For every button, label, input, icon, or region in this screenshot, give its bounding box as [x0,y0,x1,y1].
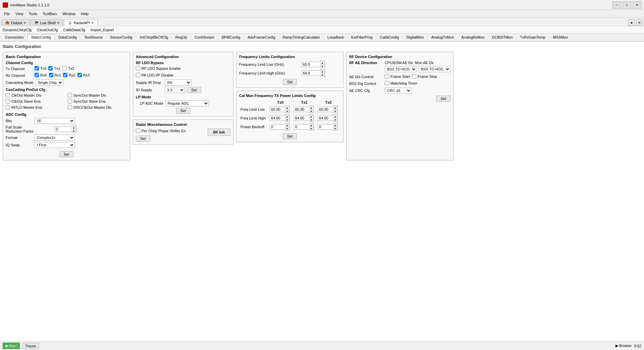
power-backoff-tx2-input[interactable] [318,124,333,130]
freq-limit-low-tx1-up[interactable]: ▲ [309,106,314,109]
freq-limit-high-tx1-up[interactable]: ▲ [309,115,314,118]
rx1-checkbox[interactable] [49,73,53,77]
per-chirp-phase-checkbox[interactable] [136,129,140,133]
watchdog-timer-checkbox[interactable] [385,81,389,85]
rx0-checkbox[interactable] [35,73,39,77]
freq-limit-high-tx2-down[interactable]: ▼ [333,118,337,121]
pa-ldo-dis-checkbox[interactable] [136,73,140,77]
freq-limit-low-up[interactable]: ▲ [320,61,325,64]
menu-view[interactable]: View [13,11,26,16]
nav-tab-dcbist[interactable]: DCBISTMon [488,34,517,40]
close-button[interactable]: ✕ [633,1,641,9]
menu-window[interactable]: Window [60,11,78,16]
syncout-slave-ena-checkbox[interactable] [68,99,72,103]
io-supply-set-button[interactable]: Set [187,87,201,93]
supply-ir-drop-select[interactable]: 0% 1% 2% [165,80,192,86]
tx0-checkbox[interactable] [35,66,39,70]
sub-tab-import-export[interactable]: Import_Export [88,27,116,33]
freq-limit-low-tx1-input[interactable] [294,107,309,112]
freq-limit-high-down[interactable]: ▼ [320,73,325,77]
freq-limit-high-tx0-input[interactable] [270,115,285,121]
tab-output-close[interactable]: ✕ [23,21,26,24]
menu-toolbars[interactable]: ToolBars [40,11,60,16]
menu-file[interactable]: File [1,11,13,16]
freq-limit-low-tx0-input[interactable] [270,107,285,112]
freq-limit-high-input[interactable] [302,70,320,76]
rx3-checkbox[interactable] [77,73,82,77]
lp-adc-mode-select[interactable]: Regular ADC Low Power ADC [165,100,209,106]
nav-tab-analog-tx-mon[interactable]: AnalogTxMon [428,34,458,40]
nav-tab-calib-config[interactable]: CalibConfig [376,34,403,40]
freq-limit-low-input[interactable] [302,62,320,67]
power-backoff-tx0-input[interactable] [270,124,285,130]
iq-swap-select[interactable]: I First Q First [35,142,75,148]
sub-tab-calib-data[interactable]: CalibDataCfg [61,27,88,33]
minimize-button[interactable]: ─ [612,1,621,9]
clkout-slave-ena-checkbox[interactable] [6,99,10,103]
rf-device-config-set-button[interactable]: Set [436,96,450,102]
nav-tab-digital-mon[interactable]: DigitalMon [403,34,428,40]
run-button[interactable]: ▶ Run! [3,343,20,349]
nav-tab-tx-rx-gain[interactable]: TxRxGainTemp [516,34,549,40]
io-supply-select[interactable]: 3.3 1.8 [165,87,185,93]
syncout-master-dis-checkbox[interactable] [68,93,72,97]
nav-tab-connection[interactable]: Connection [1,34,28,40]
ae-crc-cfg-select[interactable]: CRC-16 CRC-32 [385,88,412,94]
pause-button[interactable]: Pause [22,343,39,349]
tx1-checkbox[interactable] [48,66,53,70]
freq-limit-high-tx1-input[interactable] [294,115,309,121]
nav-tab-mss-mon[interactable]: MSSMon [549,34,572,40]
nav-tab-int-chirp[interactable]: IntChirpBlkCtlCfg [136,34,172,40]
tab-lua-close[interactable]: ✕ [57,21,60,24]
power-backoff-tx1-down[interactable]: ▼ [309,127,314,130]
basic-config-set-button[interactable]: Set [59,151,74,157]
menu-help[interactable]: Help [78,11,91,16]
freq-limit-high-tx0-up[interactable]: ▲ [285,115,289,118]
nav-tab-test-source[interactable]: TestSource [80,34,106,40]
bits-select[interactable]: 16 14 12 [35,118,75,124]
menu-tools[interactable]: Tools [26,11,40,16]
intlo-master-ena-checkbox[interactable] [6,105,10,109]
full-scale-input[interactable] [55,127,71,132]
power-backoff-tx0-down[interactable]: ▼ [285,127,289,130]
freq-limit-high-tx2-up[interactable]: ▲ [333,115,337,118]
cal-mon-set-button[interactable]: Set [283,133,297,139]
nav-tab-adv-frame[interactable]: AdvFrameConfig [244,34,279,40]
cascading-mode-select[interactable]: Single Chip Master Slave [36,80,63,86]
freq-limit-low-tx2-input[interactable] [318,107,333,112]
lp-mode-set-button[interactable]: Set [176,108,191,114]
mon-ae-dir-select[interactable]: BSS TO HOS HOS TO BSS [419,66,450,72]
tab-scroll-right[interactable]: ✕ [636,19,643,26]
freq-limit-low-down[interactable]: ▼ [320,64,325,68]
frame-start-checkbox[interactable] [385,74,389,79]
freq-limits-set-button[interactable]: Set [283,79,297,85]
nav-tab-bpm-config[interactable]: BPMConfig [218,34,244,40]
sub-tab-clockout[interactable]: ClockOutCfg [34,27,60,33]
freq-limit-high-tx0-down[interactable]: ▼ [285,118,289,121]
power-backoff-tx1-up[interactable]: ▲ [309,123,314,127]
nav-tab-static-config[interactable]: StaticConfig [28,34,55,40]
nav-tab-sensor-config[interactable]: SensorConfig [106,34,136,40]
freq-limit-high-tx2-input[interactable] [318,115,333,121]
nav-tab-ramp-timing[interactable]: RampTimingCalculator [279,34,324,40]
nav-tab-analog-rx-mon[interactable]: AnalogRxMon [458,34,488,40]
freq-limit-low-tx0-up[interactable]: ▲ [285,106,289,109]
cpu-esm-ae-dir-select[interactable]: BSS TO HOS HOS TO BSS [385,66,417,72]
rf-ldo-bypass-en-checkbox[interactable] [136,66,140,70]
freq-limit-low-tx1-down[interactable]: ▼ [309,109,314,113]
power-backoff-tx2-up[interactable]: ▲ [333,123,337,127]
oscclkout-master-dis-checkbox[interactable] [68,105,72,109]
sub-tab-dynamic-chirp[interactable]: DynamicChirpCfg [0,27,34,33]
freq-limit-high-tx1-down[interactable]: ▼ [309,118,314,121]
tx2-checkbox[interactable] [62,66,67,70]
tab-output[interactable]: 📤 Output ✕ [1,19,30,26]
nav-tab-cont-stream[interactable]: ContStream [191,34,218,40]
tab-radar-api[interactable]: 📡 RadarAPI ✕ [64,19,98,26]
radar-misc-set-button[interactable]: Set [136,136,150,142]
frame-stop-checkbox[interactable] [412,74,416,79]
freq-limit-low-tx2-down[interactable]: ▼ [333,109,337,113]
power-backoff-tx1-input[interactable] [294,124,309,130]
nav-tab-ext-filter[interactable]: ExtFilterProg [347,34,376,40]
freq-limit-low-tx0-down[interactable]: ▼ [285,109,289,113]
full-scale-up[interactable]: ▲ [71,126,76,129]
